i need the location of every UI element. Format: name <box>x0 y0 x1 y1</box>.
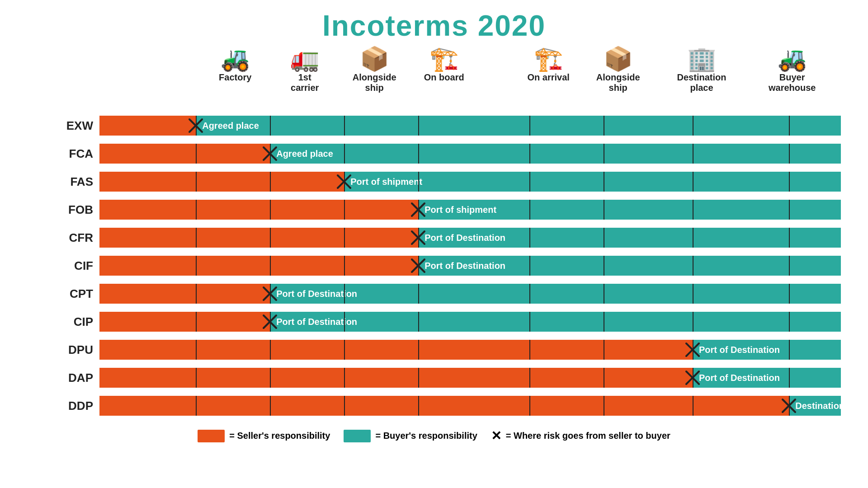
row-label-cfr: CFR <box>54 231 99 245</box>
bar-area-dpu: Port of Destination <box>99 340 841 360</box>
header-buyer: 🚜 Buyerwarehouse <box>769 47 816 93</box>
bar-area-dap: Port of Destination <box>99 368 841 388</box>
chart-row-cfr: CFRPort of Destination <box>54 225 841 250</box>
chart-row-ddp: DDPDestination <box>54 393 841 418</box>
header-factory: 🚜 Factory <box>219 47 251 83</box>
row-label-cpt: CPT <box>54 287 99 301</box>
x-marker-dpu <box>684 342 701 358</box>
header-carrier: 🚛 1stcarrier <box>290 47 320 93</box>
teal-bar-cpt: Port of Destination <box>270 284 841 304</box>
page-title: Incoterms 2020 <box>27 9 841 42</box>
legend-buyer-text: = Buyer's responsibility <box>375 431 477 441</box>
x-marker-cip <box>262 314 278 330</box>
legend-seller-box <box>198 430 225 442</box>
chart-row-cip: CIPPort of Destination <box>54 309 841 334</box>
orange-bar-cfr <box>99 228 418 248</box>
teal-bar-cip: Port of Destination <box>270 312 841 332</box>
page: Incoterms 2020 🚜 Factory 🚛 1stcarrier 📦 … <box>0 0 868 461</box>
legend-risk-icon: ✕ <box>491 428 501 443</box>
alongside2-label: Alongsideship <box>596 72 640 93</box>
orange-bar-dap <box>99 368 693 388</box>
row-label-cip: CIP <box>54 315 99 329</box>
x-marker-cfr <box>410 230 426 246</box>
chart-row-fas: FASPort of shipment <box>54 169 841 194</box>
row-label-dap: DAP <box>54 371 99 385</box>
orange-bar-cip <box>99 312 270 332</box>
onboard-icon: 🏗️ <box>429 47 459 70</box>
chart-row-dpu: DPUPort of Destination <box>54 337 841 362</box>
row-label-fca: FCA <box>54 147 99 161</box>
legend-seller-text: = Seller's responsibility <box>229 431 330 441</box>
bar-area-exw: Agreed place <box>99 116 841 136</box>
chart-row-dap: DAPPort of Destination <box>54 365 841 390</box>
orange-bar-ddp <box>99 396 789 416</box>
header-onarrival: 🏗️ On arrival <box>527 47 569 83</box>
bar-area-cpt: Port of Destination <box>99 284 841 304</box>
x-marker-ddp <box>781 398 797 414</box>
row-label-cif: CIF <box>54 259 99 273</box>
onboard-label: On board <box>424 72 464 83</box>
destination-label: Destinationplace <box>677 72 726 93</box>
x-marker-fca <box>262 145 278 162</box>
header-onboard: 🏗️ On board <box>424 47 464 83</box>
orange-bar-fas <box>99 172 344 192</box>
header-alongside1: 📦 Alongsideship <box>353 47 396 93</box>
x-marker-exw <box>188 117 204 134</box>
x-marker-fob <box>410 202 426 218</box>
buyer-icon: 🚜 <box>778 47 807 70</box>
x-marker-cif <box>410 258 426 274</box>
chart-row-exw: EXWAgreed place <box>54 113 841 138</box>
chart-row-cpt: CPTPort of Destination <box>54 281 841 306</box>
legend-buyer: = Buyer's responsibility <box>344 430 477 442</box>
alongside1-label: Alongsideship <box>353 72 396 93</box>
chart-row-fob: FOBPort of shipment <box>54 197 841 222</box>
carrier-icon: 🚛 <box>290 47 320 70</box>
row-label-fas: FAS <box>54 175 99 189</box>
orange-bar-fca <box>99 144 270 164</box>
orange-bar-exw <box>99 116 196 136</box>
alongside2-icon: 📦 <box>604 47 633 70</box>
orange-bar-cpt <box>99 284 270 304</box>
teal-bar-dap: Port of Destination <box>693 368 841 388</box>
legend-risk-text: = Where risk goes from seller to buyer <box>506 431 670 441</box>
header-destination: 🏢 Destinationplace <box>677 47 726 93</box>
bar-area-fas: Port of shipment <box>99 172 841 192</box>
legend-buyer-box <box>344 430 371 442</box>
chart-row-fca: FCAAgreed place <box>54 141 841 166</box>
row-label-ddp: DDP <box>54 399 99 413</box>
x-marker-fas <box>336 174 352 190</box>
bar-area-fca: Agreed place <box>99 144 841 164</box>
teal-bar-exw: Agreed place <box>196 116 841 136</box>
teal-bar-cfr: Port of Destination <box>418 228 841 248</box>
bar-area-ddp: Destination <box>99 396 841 416</box>
factory-icon: 🚜 <box>221 47 250 70</box>
header-row: 🚜 Factory 🚛 1stcarrier 📦 Alongsideship 🏗… <box>99 47 841 110</box>
onarrival-icon: 🏗️ <box>534 47 563 70</box>
chart-container: EXWAgreed place FCAAgreed place FASPort … <box>54 113 841 418</box>
onarrival-label: On arrival <box>527 72 569 83</box>
x-marker-dap <box>684 370 701 386</box>
header-alongside2: 📦 Alongsideship <box>596 47 640 93</box>
orange-bar-dpu <box>99 340 693 360</box>
bar-area-cip: Port of Destination <box>99 312 841 332</box>
orange-bar-fob <box>99 200 418 220</box>
teal-bar-dpu: Port of Destination <box>693 340 841 360</box>
bar-area-fob: Port of shipment <box>99 200 841 220</box>
x-marker-cpt <box>262 286 278 302</box>
orange-bar-cif <box>99 256 418 276</box>
legend-risk: ✕ = Where risk goes from seller to buyer <box>491 428 670 443</box>
buyer-label: Buyerwarehouse <box>769 72 816 93</box>
bar-area-cfr: Port of Destination <box>99 228 841 248</box>
row-label-dpu: DPU <box>54 343 99 357</box>
legend: = Seller's responsibility = Buyer's resp… <box>27 428 841 443</box>
legend-seller: = Seller's responsibility <box>198 430 330 442</box>
carrier-label: 1stcarrier <box>291 72 319 93</box>
teal-bar-cif: Port of Destination <box>418 256 841 276</box>
teal-bar-fob: Port of shipment <box>418 200 841 220</box>
bar-area-cif: Port of Destination <box>99 256 841 276</box>
alongside1-icon: 📦 <box>360 47 389 70</box>
destination-icon: 🏢 <box>687 47 717 70</box>
row-label-exw: EXW <box>54 119 99 133</box>
factory-label: Factory <box>219 72 251 83</box>
teal-bar-fca: Agreed place <box>270 144 841 164</box>
